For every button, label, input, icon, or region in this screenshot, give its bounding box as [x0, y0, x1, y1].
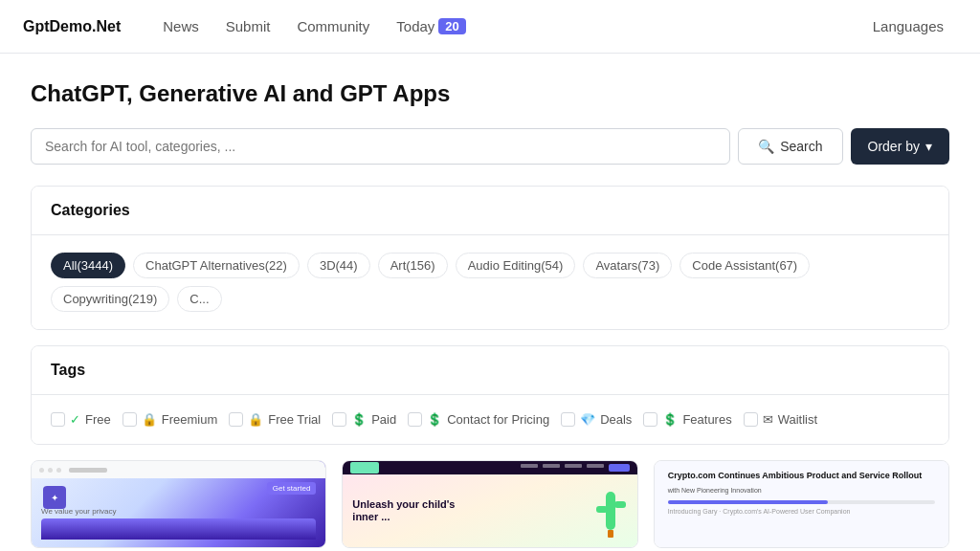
dollar-icon: 💲 — [351, 412, 367, 427]
category-tag-audio[interactable]: Audio Editing(54) — [456, 253, 576, 278]
svg-rect-2 — [614, 501, 626, 508]
dollar2-icon: 💲 — [427, 412, 442, 427]
tags-panel: Tags ✓ Free 🔒 Freemium 🔒 Free Trial — [31, 345, 949, 445]
tags-header: Tags — [32, 346, 948, 395]
tag-paid-checkbox[interactable] — [332, 412, 346, 427]
tag-features[interactable]: 💲 Features — [643, 412, 731, 427]
nav-link-today[interactable]: Today 20 — [385, 12, 478, 40]
card-2-logo — [350, 462, 379, 474]
check-icon: ✓ — [70, 412, 80, 427]
category-tag-more[interactable]: C... — [177, 286, 221, 312]
nav-links: News Submit Community Today 20 — [151, 12, 859, 40]
card-2-nav — [343, 461, 636, 474]
card-1-image: ✦ Get started We value your privacy — [32, 461, 325, 547]
brand-logo[interactable]: GptDemo.Net — [23, 18, 121, 35]
categories-list: All(3444) ChatGPT Alternatives(22) 3D(44… — [51, 253, 929, 312]
categories-panel: Categories All(3444) ChatGPT Alternative… — [31, 186, 949, 330]
tag-waitlist[interactable]: ✉ Waitlist — [744, 412, 817, 427]
svg-rect-1 — [596, 506, 608, 513]
browser-dot-3 — [56, 468, 61, 473]
card-3-subtitle: with New Pioneering Innovation — [668, 486, 935, 495]
tag-paid[interactable]: 💲 Paid — [332, 412, 396, 427]
tag-deals-checkbox[interactable] — [561, 412, 575, 427]
lock2-icon: 🔒 — [248, 412, 263, 427]
card-1-wave — [41, 518, 316, 540]
tags-body: ✓ Free 🔒 Freemium 🔒 Free Trial 💲 Paid — [32, 395, 948, 444]
category-tag-all[interactable]: All(3444) — [51, 253, 125, 278]
card-3-title: Crypto.com Continues Ambitious Product a… — [668, 471, 935, 482]
card-2-cta — [609, 464, 630, 472]
cta-button: Get started — [267, 482, 317, 495]
tag-contact-checkbox[interactable] — [408, 412, 422, 427]
card-2-links — [521, 464, 630, 472]
tag-features-checkbox[interactable] — [643, 412, 657, 427]
lock-icon: 🔒 — [142, 412, 157, 427]
tag-free-trial[interactable]: 🔒 Free Trial — [229, 412, 321, 427]
search-input[interactable] — [31, 128, 730, 165]
tag-free-trial-checkbox[interactable] — [229, 412, 243, 427]
browser-dot-2 — [48, 468, 53, 473]
search-button[interactable]: 🔍 Search — [738, 128, 842, 165]
category-tag-chatgpt-alt[interactable]: ChatGPT Alternatives(22) — [133, 253, 300, 278]
nav-link-community[interactable]: Community — [285, 12, 381, 40]
today-badge-count: 20 — [438, 18, 465, 34]
card-3-image: Crypto.com Continues Ambitious Product a… — [655, 461, 948, 547]
navbar: GptDemo.Net News Submit Community Today … — [0, 0, 980, 54]
category-tag-code[interactable]: Code Assistant(67) — [679, 253, 810, 278]
tag-free-checkbox[interactable] — [51, 412, 65, 427]
categories-body: All(3444) ChatGPT Alternatives(22) 3D(44… — [32, 235, 948, 329]
tag-free[interactable]: ✓ Free — [51, 412, 111, 427]
navbar-right: Languages — [859, 18, 957, 34]
browser-dot-1 — [39, 468, 44, 473]
tags-list: ✓ Free 🔒 Freemium 🔒 Free Trial 💲 Paid — [51, 412, 929, 427]
category-tag-art[interactable]: Art(156) — [378, 253, 448, 278]
cactus-illustration — [594, 482, 628, 540]
search-bar: 🔍 Search Order by ▾ — [31, 128, 949, 165]
card-1-text: We value your privacy — [41, 507, 316, 516]
card-3-label: Introducing Gary · Crypto.com's AI-Power… — [668, 508, 935, 515]
browser-url — [69, 468, 107, 473]
mail-icon: ✉ — [763, 412, 773, 427]
svg-rect-3 — [608, 530, 613, 538]
categories-header: Categories — [32, 187, 948, 235]
card-3-bar — [668, 500, 935, 504]
nav-link-news[interactable]: News — [151, 12, 211, 40]
cards-grid: ✦ Get started We value your privacy — [31, 460, 949, 548]
main-content: ChatGPT, Generative AI and GPT Apps 🔍 Se… — [11, 54, 969, 551]
card-1[interactable]: ✦ Get started We value your privacy — [31, 460, 326, 548]
tag-contact[interactable]: 💲 Contact for Pricing — [408, 412, 549, 427]
card-3[interactable]: Crypto.com Continues Ambitious Product a… — [654, 460, 949, 548]
page-title: ChatGPT, Generative AI and GPT Apps — [31, 80, 949, 107]
tag-freemium-checkbox[interactable] — [122, 412, 137, 427]
dollar3-icon: 💲 — [662, 412, 678, 427]
card-2-headline: Unleash your child's inner ... — [352, 498, 584, 523]
tag-waitlist-checkbox[interactable] — [744, 412, 758, 427]
order-by-button[interactable]: Order by ▾ — [851, 128, 949, 165]
nav-link-submit[interactable]: Submit — [214, 12, 282, 40]
gem-icon: 💎 — [580, 412, 595, 427]
card-2-image: Unleash your child's inner ... — [343, 461, 636, 547]
category-tag-3d[interactable]: 3D(44) — [307, 253, 370, 278]
card-2[interactable]: Unleash your child's inner ... — [342, 460, 637, 548]
languages-button[interactable]: Languages — [859, 12, 957, 40]
tag-deals[interactable]: 💎 Deals — [561, 412, 632, 427]
category-tag-avatars[interactable]: Avatars(73) — [583, 253, 672, 278]
chevron-down-icon: ▾ — [925, 139, 932, 154]
category-tag-copywriting[interactable]: Copywriting(219) — [51, 286, 169, 312]
search-icon: 🔍 — [758, 139, 774, 154]
app-logo: ✦ — [43, 486, 66, 509]
tag-freemium[interactable]: 🔒 Freemium — [122, 412, 218, 427]
